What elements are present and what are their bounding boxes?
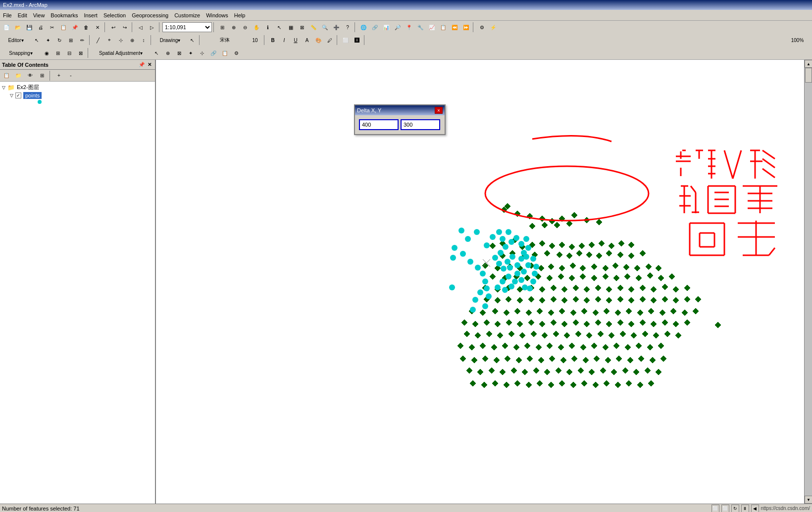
toc-list-by-selection[interactable]: ⊞: [37, 70, 48, 81]
goto-button[interactable]: 📍: [404, 22, 414, 33]
zoom-in-button[interactable]: ⊕: [228, 22, 239, 33]
paste-button[interactable]: 📌: [69, 22, 80, 33]
edit-more-5[interactable]: ↕: [138, 35, 149, 46]
menu-geoprocessing[interactable]: Geoprocessing: [129, 11, 171, 19]
edit-tool[interactable]: ↖: [31, 35, 42, 46]
adj-tool-2[interactable]: ⊕: [162, 47, 173, 58]
underline-button[interactable]: U: [290, 35, 301, 46]
graph-button[interactable]: 📈: [426, 22, 437, 33]
rotate-tool[interactable]: ↻: [54, 35, 65, 46]
table-button[interactable]: 📊: [381, 22, 392, 33]
zoom-next-button[interactable]: ⏩: [460, 22, 471, 33]
group-expand-icon[interactable]: ▽: [2, 85, 5, 90]
adj-tool-7[interactable]: 📋: [219, 47, 230, 58]
menu-file[interactable]: File: [0, 11, 15, 19]
zoom-full-button[interactable]: ⊞: [217, 22, 228, 33]
arcmap-help-button[interactable]: ?: [342, 22, 353, 33]
attr-table-tool[interactable]: ⊞: [65, 35, 76, 46]
text-misc-2[interactable]: 🅰: [352, 35, 362, 46]
menu-edit[interactable]: Edit: [15, 11, 30, 19]
open-button[interactable]: 📂: [12, 22, 23, 33]
extra-tool-2[interactable]: ⚡: [488, 22, 499, 33]
zoom-percent[interactable]: 100%: [784, 35, 811, 46]
add-data-button[interactable]: ➕: [331, 22, 342, 33]
delta-y-input[interactable]: [401, 119, 440, 130]
layer-visibility-checkbox[interactable]: [15, 93, 21, 98]
snap-edge[interactable]: ⊞: [52, 47, 63, 58]
new-button[interactable]: 📄: [1, 22, 12, 33]
scroll-thumb[interactable]: [805, 68, 812, 83]
spatial-adj-dropdown[interactable]: Spatial Adjustment▾: [91, 47, 151, 58]
font-color-button[interactable]: A: [302, 35, 312, 46]
measure-button[interactable]: 📏: [308, 22, 319, 33]
toc-list-by-drawing-order[interactable]: 📋: [1, 70, 12, 81]
hyperlink-button[interactable]: 🔗: [369, 22, 380, 33]
save-button[interactable]: 💾: [24, 22, 35, 33]
forward-button[interactable]: ▷: [147, 22, 157, 33]
scale-select[interactable]: 1:10,091: [162, 22, 212, 32]
scroll-up-arrow[interactable]: ▲: [805, 60, 812, 68]
toc-expand[interactable]: +: [53, 70, 64, 81]
toc-collapse[interactable]: -: [65, 70, 76, 81]
delta-x-input[interactable]: [359, 119, 399, 130]
adj-tool-5[interactable]: ⊹: [197, 47, 207, 58]
globe-button[interactable]: 🌐: [358, 22, 369, 33]
search-button[interactable]: 🔍: [319, 22, 330, 33]
menu-bookmarks[interactable]: Bookmarks: [48, 11, 81, 19]
sketch-tool[interactable]: ✏: [77, 35, 88, 46]
status-btn-1[interactable]: ⬜: [711, 505, 719, 512]
snap-end[interactable]: ⊟: [64, 47, 75, 58]
snap-mid[interactable]: ⊠: [75, 47, 86, 58]
scroll-track[interactable]: [805, 68, 812, 496]
print-button[interactable]: 🖨: [35, 22, 46, 33]
edit-more-3[interactable]: ⊹: [115, 35, 126, 46]
italic-button[interactable]: I: [279, 35, 290, 46]
pan-button[interactable]: ✋: [251, 22, 262, 33]
edit-vertices[interactable]: ✦: [43, 35, 53, 46]
select-features-button[interactable]: ▦: [285, 22, 296, 33]
toc-pin-button[interactable]: 📌: [138, 61, 145, 68]
adj-tool-6[interactable]: 🔗: [208, 47, 219, 58]
zoom-prev-button[interactable]: ⏪: [449, 22, 460, 33]
edit-more-4[interactable]: ⊕: [127, 35, 138, 46]
copy-button[interactable]: 📋: [58, 22, 69, 33]
layer-name-points[interactable]: points: [23, 92, 42, 99]
editor-dropdown[interactable]: Editor▾: [1, 35, 31, 46]
zoom-out-button[interactable]: ⊖: [240, 22, 251, 33]
extra-tool-1[interactable]: ⚙: [476, 22, 487, 33]
status-btn-4[interactable]: ⏸: [741, 505, 749, 512]
adj-tool-8[interactable]: ⚙: [231, 47, 242, 58]
text-misc-1[interactable]: ⬜: [340, 35, 351, 46]
snap-vertex[interactable]: ◉: [41, 47, 52, 58]
menu-windows[interactable]: Windows: [203, 11, 231, 19]
menu-customize[interactable]: Customize: [171, 11, 203, 19]
redo-button[interactable]: ↪: [119, 22, 130, 33]
layout-button[interactable]: 📋: [438, 22, 449, 33]
toc-list-by-visibility[interactable]: 👁: [25, 70, 36, 81]
toc-list-by-source[interactable]: 📁: [13, 70, 24, 81]
line-color-button[interactable]: 🖊: [324, 35, 335, 46]
select-button[interactable]: ↖: [274, 22, 285, 33]
dialog-close-button[interactable]: ×: [435, 107, 443, 114]
back-button[interactable]: ◁: [135, 22, 146, 33]
undo-button[interactable]: ↩: [108, 22, 119, 33]
draw-select[interactable]: ↖: [187, 35, 198, 46]
find-button[interactable]: 🔎: [392, 22, 403, 33]
menu-insert[interactable]: Insert: [81, 11, 101, 19]
font-dropdown[interactable]: 宋体: [203, 35, 247, 46]
status-btn-3[interactable]: ↻: [731, 505, 739, 512]
menu-selection[interactable]: Selection: [101, 11, 129, 19]
cut-button[interactable]: ✂: [47, 22, 57, 33]
map-canvas[interactable]: Delta X, Y ×: [156, 60, 804, 504]
layer-expand-icon[interactable]: ▽: [10, 93, 13, 98]
menu-help[interactable]: Help: [231, 11, 249, 19]
adj-tool-4[interactable]: ✦: [185, 47, 196, 58]
adj-tool-3[interactable]: ⊠: [174, 47, 185, 58]
fill-color-button[interactable]: 🎨: [313, 35, 324, 46]
edit-more-2[interactable]: ⌖: [104, 35, 115, 46]
snapping-dropdown[interactable]: Snapping▾: [1, 47, 41, 58]
adj-tool-1[interactable]: ↖: [151, 47, 162, 58]
drawing-dropdown[interactable]: Drawing▾: [154, 35, 186, 46]
status-btn-5[interactable]: ◀: [751, 505, 759, 512]
close-doc-button[interactable]: ✕: [92, 22, 103, 33]
